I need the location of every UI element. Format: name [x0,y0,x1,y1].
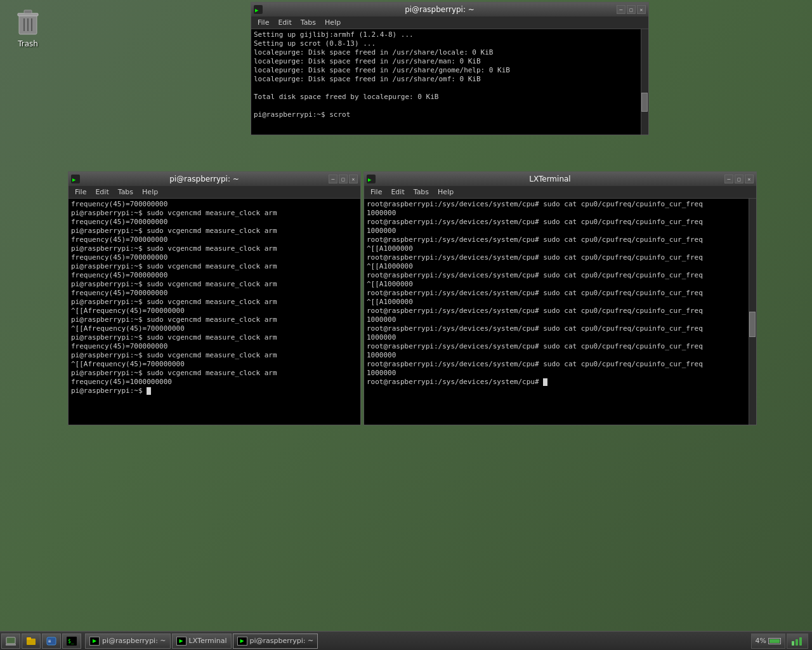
taskbar-right: 4% [751,633,808,649]
battery-fill [769,639,780,643]
bl-close-button[interactable]: ✕ [349,175,358,183]
taskbar-browser[interactable]: ≡ [42,633,61,649]
network-icon [791,636,804,646]
taskbar-terminal-launcher[interactable]: $_ [62,633,81,649]
scrollbar-thumb[interactable] [641,93,648,112]
task3-label: pi@raspberrypi: ~ [250,637,314,645]
terminal-top-icon: ▶ [254,5,263,14]
trash-label: Trash [18,39,38,48]
terminal-bottom-left-title: pi@raspberrypi: ~ [80,175,329,183]
task2-label: LXTerminal [189,637,227,645]
close-button[interactable]: ✕ [637,5,646,14]
desktop: Trash ▶ pi@raspberrypi: ~ ─ □ ✕ File Edi… [0,0,812,650]
terminal-bottom-left: ▶ pi@raspberrypi: ~ ─ □ ✕ File Edit Tabs… [68,171,361,425]
taskbar-task-3[interactable]: ▶ pi@raspberrypi: ~ [233,633,318,649]
bl-menu-help[interactable]: Help [138,187,162,197]
svg-rect-2 [24,10,32,13]
taskbar-task-1[interactable]: ▶ pi@raspberrypi: ~ [85,633,171,649]
terminal-top-titlebar: ▶ pi@raspberrypi: ~ ─ □ ✕ [251,3,648,17]
terminal-br-scrollbar[interactable] [749,199,756,425]
show-desktop-icon [6,637,16,646]
menu-file[interactable]: File [254,18,273,27]
bl-menu-tabs[interactable]: Tabs [114,187,137,197]
battery-percent: 4% [756,637,766,645]
svg-rect-15 [27,637,31,640]
terminal-top: ▶ pi@raspberrypi: ~ ─ □ ✕ File Edit Tabs… [251,2,649,135]
network-indicator[interactable] [787,633,808,649]
bl-menu-edit[interactable]: Edit [91,187,112,197]
task3-terminal-icon: ▶ [237,637,247,646]
files-icon [26,637,36,646]
br-menu-tabs[interactable]: Tabs [410,187,433,197]
terminal-top-content: Setting up gijlibj:armhf (1.2.4-8) ... S… [254,30,646,119]
menu-help[interactable]: Help [321,18,344,27]
terminal-bottom-right: ▶ LXTerminal ─ □ ✕ File Edit Tabs Help r… [363,171,757,425]
svg-rect-23 [792,641,794,646]
br-menu-file[interactable]: File [367,187,386,197]
minimize-button[interactable]: ─ [617,5,625,14]
br-close-button[interactable]: ✕ [745,175,754,183]
br-menu-edit[interactable]: Edit [387,187,408,197]
svg-text:▶: ▶ [255,7,259,13]
terminal-bottom-left-titlebar: ▶ pi@raspberrypi: ~ ─ □ ✕ [69,172,360,186]
taskbar-show-desktop[interactable] [1,633,20,649]
br-menu-help[interactable]: Help [434,187,457,197]
bl-maximize-button[interactable]: □ [339,175,348,183]
bl-minimize-button[interactable]: ─ [329,175,337,183]
terminal-top-scrollbar[interactable] [641,29,648,135]
menu-tabs[interactable]: Tabs [297,18,320,27]
terminal-top-controls: ─ □ ✕ [617,5,646,14]
terminal-top-body[interactable]: Setting up gijlibj:armhf (1.2.4-8) ... S… [251,29,648,135]
task1-terminal-icon: ▶ [89,637,100,646]
svg-rect-1 [18,13,38,16]
terminal-bottom-right-titlebar: ▶ LXTerminal ─ □ ✕ [364,172,756,186]
terminal-br-body[interactable]: root@raspberrypi:/sys/devices/system/cpu… [364,199,756,425]
task1-label: pi@raspberrypi: ~ [102,637,166,645]
terminal-br-menubar: File Edit Tabs Help [364,186,756,199]
terminal-bl-icon: ▶ [71,175,80,183]
terminal-bottom-right-title: LXTerminal [376,175,724,183]
browser-icon: ≡ [46,637,56,646]
svg-text:≡: ≡ [48,639,51,644]
svg-text:$_: $_ [68,639,74,644]
taskbar-task-2[interactable]: ▶ LXTerminal [172,633,232,649]
task2-terminal-icon: ▶ [176,637,187,646]
battery-bar [768,638,781,644]
bl-menu-file[interactable]: File [71,187,90,197]
svg-rect-13 [6,644,16,646]
svg-rect-12 [6,637,15,644]
terminal-br-icon: ▶ [367,175,376,183]
terminal-bl-controls: ─ □ ✕ [329,175,358,183]
svg-rect-21 [796,639,798,646]
terminal-bl-content: frequency(45)=700000000 pi@raspberrypi:~… [71,200,358,395]
svg-text:▶: ▶ [368,176,372,183]
battery-indicator[interactable]: 4% [751,633,785,649]
terminal-top-menubar: File Edit Tabs Help [251,17,648,29]
maximize-button[interactable]: □ [627,5,636,14]
menu-edit[interactable]: Edit [274,18,295,27]
taskbar-files[interactable] [22,633,41,649]
terminal-launcher-icon: $_ [67,637,77,646]
svg-text:▶: ▶ [72,176,76,183]
svg-rect-22 [799,637,802,646]
taskbar: ≡ $_ ▶ pi@raspberrypi: ~ ▶ LXTerminal ▶ … [0,631,812,650]
terminal-bl-body[interactable]: frequency(45)=700000000 pi@raspberrypi:~… [69,199,360,425]
terminal-br-controls: ─ □ ✕ [724,175,754,183]
taskbar-applets-left: ≡ $_ [1,633,81,649]
trash-svg [13,6,43,37]
trash-icon[interactable]: Trash [13,6,43,48]
br-maximize-button[interactable]: □ [735,175,743,183]
br-scrollbar-thumb[interactable] [749,312,756,337]
terminal-top-title: pi@raspberrypi: ~ [263,5,617,14]
terminal-br-content: root@raspberrypi:/sys/devices/system/cpu… [367,200,747,387]
terminal-bl-menubar: File Edit Tabs Help [69,186,360,199]
br-minimize-button[interactable]: ─ [724,175,733,183]
